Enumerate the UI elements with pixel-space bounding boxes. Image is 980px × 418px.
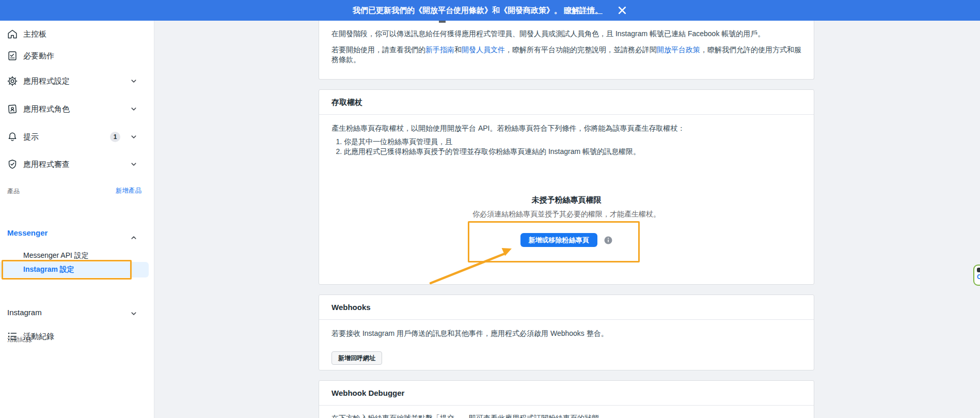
sidebar-item-app-settings[interactable]: 應用程式設定 <box>0 70 154 92</box>
activity-log-icon <box>7 331 18 342</box>
access-token-card: 存取權杖 產生粉絲專頁存取權杖，以開始使用開放平台 API。若粉絲專頁符合下列條… <box>319 89 814 285</box>
scrolled-content-fragment <box>439 21 446 23</box>
sidebar-item-messenger-api-settings[interactable]: Messenger API 設定 <box>23 251 89 260</box>
floating-widget[interactable]: C <box>973 265 980 286</box>
sidebar-item-instagram-settings[interactable]: Instagram 設定 <box>0 262 149 277</box>
card-title: 存取權杖 <box>319 90 814 115</box>
sidebar-item-label: 應用程式審查 <box>23 160 70 169</box>
webhooks-card: Webhooks 若要接收 Instagram 用戶傳送的訊息和其他事件，應用程… <box>319 295 814 370</box>
notification-banner: 我們已更新我們的《開放平台使用條款》和《開發商政策》。 瞭解詳情。 <box>0 0 980 21</box>
banner-message: 我們已更新我們的《開放平台使用條款》和《開發商政策》。 <box>353 6 562 16</box>
close-icon[interactable] <box>617 5 627 16</box>
empty-state-title: 未授予粉絲專頁權限 <box>331 195 801 205</box>
sidebar-product-instagram[interactable]: Instagram <box>7 308 42 317</box>
sidebar-item-app-roles[interactable]: 應用程式角色 <box>0 98 154 120</box>
intro-card: 在開發階段，你可以傳送訊息給任何獲得應用程式管理員、開發人員或測試人員角色，且 … <box>319 21 814 80</box>
banner-learn-more-link[interactable]: 瞭解詳情。 <box>564 6 603 16</box>
developer-docs-link[interactable]: 開發人員文件 <box>462 45 505 54</box>
condition-item: 此應用程式已獲得粉絲專頁授予的管理並存取你粉絲專頁連結的 Instagram 帳… <box>344 147 801 157</box>
debugger-description: 在下方輸入粉絲專頁編號並點擊「提交」，即可查看此應用程式訂閱粉絲專頁的狀態。 <box>331 413 801 418</box>
roles-icon <box>7 103 18 115</box>
notification-badge: 1 <box>110 132 120 142</box>
widget-dark-icon <box>977 268 980 272</box>
condition-item: 你是其中一位粉絲專頁管理員，且 <box>344 137 801 147</box>
card-title: Webhooks <box>319 295 814 320</box>
add-product-link[interactable]: 新增產品 <box>116 187 141 195</box>
sidebar: 主控板 必要動作 應用程式設定 應用程式角色 <box>0 21 154 418</box>
access-token-description: 產生粉絲專頁存取權杖，以開始使用開放平台 API。若粉絲專頁符合下列條件，你將能… <box>331 123 801 133</box>
webhooks-description: 若要接收 Instagram 用戶傳送的訊息和其他事件，應用程式必須啟用 Web… <box>331 329 801 338</box>
sidebar-product-messenger[interactable]: Messenger <box>7 228 48 237</box>
intro-text: ，瞭解所有平台功能的完整說明，並請務必詳閱 <box>505 45 657 54</box>
chevron-down-icon[interactable] <box>129 309 138 318</box>
intro-text: 和 <box>454 45 462 54</box>
chevron-down-icon[interactable] <box>129 132 138 142</box>
sidebar-item-label: 應用程式設定 <box>23 76 70 86</box>
sidebar-item-app-review[interactable]: 應用程式審查 <box>0 153 154 175</box>
empty-state-subtitle: 你必須連結粉絲專頁並授予其必要的權限，才能產生權杖。 <box>331 209 801 219</box>
products-section-label: 產品 <box>7 187 20 196</box>
intro-paragraph-2: 若要開始使用，請查看我們的新手指南和開發人員文件，瞭解所有平台功能的完整說明，並… <box>331 45 801 65</box>
sidebar-item-label: 應用程式角色 <box>23 104 70 114</box>
sidebar-item-dashboard[interactable]: 主控板 <box>0 23 154 45</box>
sidebar-item-label: 必要動作 <box>23 51 54 61</box>
sidebar-item-label: 主控板 <box>23 29 46 39</box>
gear-icon <box>7 75 18 87</box>
home-icon <box>7 28 18 40</box>
required-actions-icon <box>7 50 18 61</box>
page-permission-empty-state: 未授予粉絲專頁權限 你必須連結粉絲專頁並授予其必要的權限，才能產生權杖。 新增或… <box>331 195 801 247</box>
card-title: Webhook Debugger <box>319 381 814 406</box>
add-callback-url-button[interactable]: 新增回呼網址 <box>331 351 382 365</box>
chevron-down-icon[interactable] <box>129 104 138 114</box>
sidebar-item-required-actions[interactable]: 必要動作 <box>0 45 154 67</box>
bell-icon <box>7 131 18 143</box>
chevron-down-icon[interactable] <box>129 160 138 169</box>
widget-letter: C <box>977 273 980 281</box>
chevron-up-icon[interactable] <box>129 233 138 242</box>
intro-paragraph-1: 在開發階段，你可以傳送訊息給任何獲得應用程式管理員、開發人員或測試人員角色，且 … <box>331 29 801 39</box>
chevron-down-icon[interactable] <box>129 76 138 86</box>
add-remove-pages-button[interactable]: 新增或移除粉絲專頁 <box>520 233 597 247</box>
intro-text: 若要開始使用，請查看我們的 <box>331 45 425 54</box>
access-token-conditions: 你是其中一位粉絲專頁管理員，且 此應用程式已獲得粉絲專頁授予的管理並存取你粉絲專… <box>331 137 801 157</box>
condition-text: 你是其中一位粉絲專頁管理員，且 <box>344 137 452 146</box>
sidebar-item-alerts[interactable]: 提示 1 <box>0 126 154 148</box>
condition-text: 此應用程式已獲得粉絲專頁授予的管理並存取你粉絲專頁連結的 Instagram 帳… <box>344 147 640 156</box>
getting-started-link[interactable]: 新手指南 <box>425 45 454 54</box>
info-icon[interactable] <box>604 236 613 245</box>
app-window: 我們已更新我們的《開放平台使用條款》和《開發商政策》。 瞭解詳情。 主控板 必要… <box>0 0 980 418</box>
sidebar-item-label: Instagram 設定 <box>23 265 74 274</box>
sidebar-item-activity-log[interactable]: 活動紀錄 <box>0 326 154 347</box>
shield-check-icon <box>7 159 18 170</box>
platform-policy-link[interactable]: 開放平台政策 <box>657 45 700 54</box>
webhook-debugger-card: Webhook Debugger 在下方輸入粉絲專頁編號並點擊「提交」，即可查看… <box>319 380 814 418</box>
sidebar-item-label: 活動紀錄 <box>23 332 54 342</box>
sidebar-item-label: 提示 <box>23 132 39 142</box>
